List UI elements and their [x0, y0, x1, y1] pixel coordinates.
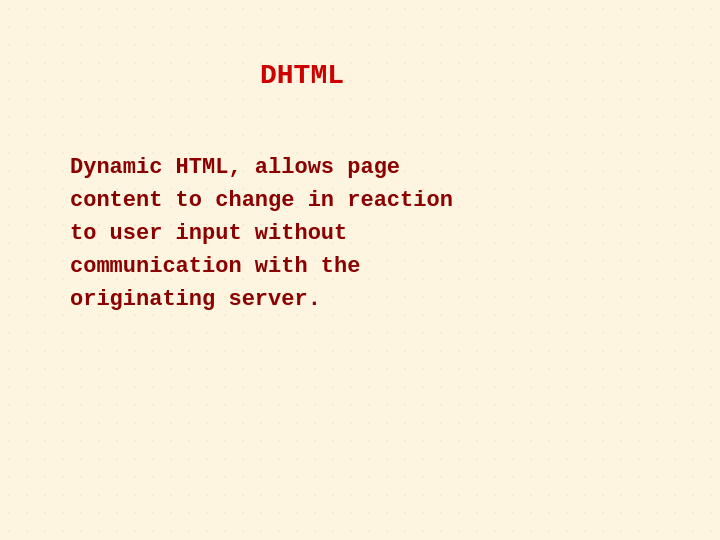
body-line-1: Dynamic HTML, allows page — [70, 151, 453, 184]
body-line-5: originating server. — [70, 283, 453, 316]
body-line-4: communication with the — [70, 250, 453, 283]
body-line-2: content to change in reaction — [70, 184, 453, 217]
body-content: Dynamic HTML, allows page content to cha… — [70, 151, 453, 316]
body-line-3: to user input without — [70, 217, 453, 250]
page-title: DHTML — [260, 60, 344, 91]
